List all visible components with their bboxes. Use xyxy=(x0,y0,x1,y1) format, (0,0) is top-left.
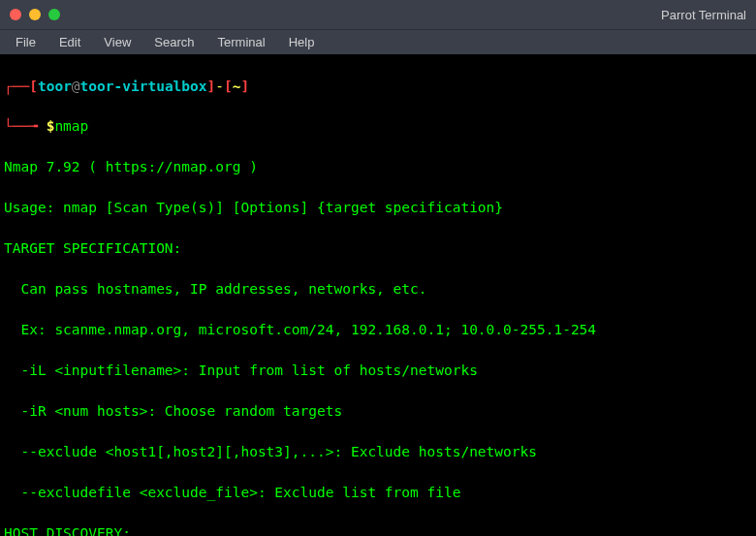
close-icon[interactable] xyxy=(10,9,21,20)
output-line: -iL <inputfilename>: Input from list of … xyxy=(4,361,752,381)
maximize-icon[interactable] xyxy=(48,9,60,20)
terminal-area[interactable]: ┌──[toor@toor-virtualbox]-[~] └──╼ $nmap… xyxy=(0,54,756,536)
output-line: --exclude <host1[,host2][,host3],...>: E… xyxy=(4,442,752,462)
menu-help[interactable]: Help xyxy=(279,33,325,51)
menubar: File Edit View Search Terminal Help xyxy=(0,29,756,54)
menu-search[interactable]: Search xyxy=(144,33,204,51)
window-controls xyxy=(10,9,60,20)
menu-view[interactable]: View xyxy=(94,33,141,51)
output-line: Nmap 7.92 ( https://nmap.org ) xyxy=(4,157,752,177)
titlebar: Parrot Terminal xyxy=(0,0,756,29)
output-line: Ex: scanme.nmap.org, microsoft.com/24, 1… xyxy=(4,320,752,340)
prompt-line-1: ┌──[toor@toor-virtualbox]-[~] xyxy=(4,77,752,96)
output-line: Can pass hostnames, IP addresses, networ… xyxy=(4,279,752,300)
output-line: Usage: nmap [Scan Type(s)] [Options] {ta… xyxy=(4,198,752,218)
output-line: HOST DISCOVERY: xyxy=(4,523,752,536)
minimize-icon[interactable] xyxy=(29,9,41,20)
output-line: --excludefile <exclude_file>: Exclude li… xyxy=(4,483,752,503)
output-line: -iR <num hosts>: Choose random targets xyxy=(4,401,752,422)
menu-terminal[interactable]: Terminal xyxy=(208,33,275,51)
prompt-line-2: └──╼ $nmap xyxy=(4,116,752,136)
menu-edit[interactable]: Edit xyxy=(49,33,90,51)
menu-file[interactable]: File xyxy=(6,33,46,51)
output-line: TARGET SPECIFICATION: xyxy=(4,238,752,259)
window-title: Parrot Terminal xyxy=(661,8,746,22)
